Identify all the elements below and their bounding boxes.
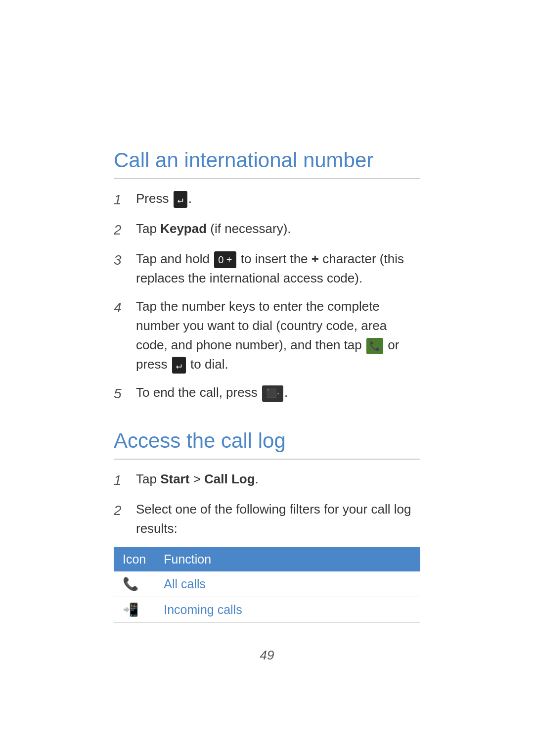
step-num-4: 4	[114, 297, 136, 318]
phone-icon: 📞	[366, 338, 383, 354]
section-international: Call an international number 1 Press ↵. …	[114, 148, 420, 404]
send-key-4: ↵	[172, 357, 186, 374]
calllog-step-num-1: 1	[114, 470, 136, 491]
step-content-1: Press ↵.	[136, 189, 420, 208]
step-num-3: 3	[114, 249, 136, 271]
calllog-step-num-2: 2	[114, 500, 136, 521]
table-cell-icon-incoming: 📲	[114, 597, 155, 623]
steps-list-calllog: 1 Tap Start > Call Log. 2 Select one of …	[114, 470, 420, 538]
plus-bold: +	[312, 251, 319, 266]
table-header-row: Icon Function	[114, 547, 420, 571]
calllog-step-content-1: Tap Start > Call Log.	[136, 470, 420, 489]
end-key: ⬛·	[262, 385, 283, 402]
section-calllog: Access the call log 1 Tap Start > Call L…	[114, 429, 420, 623]
step-3: 3 Tap and hold 0 + to insert the + chara…	[114, 249, 420, 288]
step-num-5: 5	[114, 383, 136, 404]
call-log-table: Icon Function 📞 All calls 📲 Incoming cal…	[114, 547, 420, 623]
step-4: 4 Tap the number keys to enter the compl…	[114, 297, 420, 374]
step-content-4: Tap the number keys to enter the complet…	[136, 297, 420, 374]
allcalls-icon: 📞	[123, 576, 138, 592]
calllog-step-1: 1 Tap Start > Call Log.	[114, 470, 420, 491]
start-bold: Start	[160, 472, 189, 486]
step-num-2: 2	[114, 219, 136, 240]
table-cell-function-incoming: Incoming calls	[155, 597, 420, 623]
table-cell-function-allcalls: All calls	[155, 571, 420, 597]
table-cell-icon-allcalls: 📞	[114, 571, 155, 597]
step-content-5: To end the call, press ⬛·.	[136, 383, 420, 402]
section-title-calllog: Access the call log	[114, 429, 420, 460]
steps-list-international: 1 Press ↵. 2 Tap Keypad (if necessary). …	[114, 189, 420, 404]
step-num-1: 1	[114, 189, 136, 210]
send-key-1: ↵	[174, 191, 187, 208]
step-1: 1 Press ↵.	[114, 189, 420, 210]
section-title-international: Call an international number	[114, 148, 420, 179]
calllog-bold: Call Log	[204, 472, 255, 486]
zero-plus-key: 0 +	[214, 251, 236, 268]
table-row: 📞 All calls	[114, 571, 420, 597]
incoming-icon: 📲	[123, 602, 138, 617]
table-row: 📲 Incoming calls	[114, 597, 420, 623]
step-2: 2 Tap Keypad (if necessary).	[114, 219, 420, 240]
keypad-bold: Keypad	[160, 221, 207, 236]
table-header-icon: Icon	[114, 547, 155, 571]
step-content-3: Tap and hold 0 + to insert the + charact…	[136, 249, 420, 288]
table-header-function: Function	[155, 547, 420, 571]
step-content-2: Tap Keypad (if necessary).	[136, 219, 420, 238]
step-5: 5 To end the call, press ⬛·.	[114, 383, 420, 404]
calllog-step-2: 2 Select one of the following filters fo…	[114, 500, 420, 538]
page-content: Call an international number 1 Press ↵. …	[0, 0, 534, 756]
page-number: 49	[114, 648, 420, 663]
calllog-step-content-2: Select one of the following filters for …	[136, 500, 420, 538]
